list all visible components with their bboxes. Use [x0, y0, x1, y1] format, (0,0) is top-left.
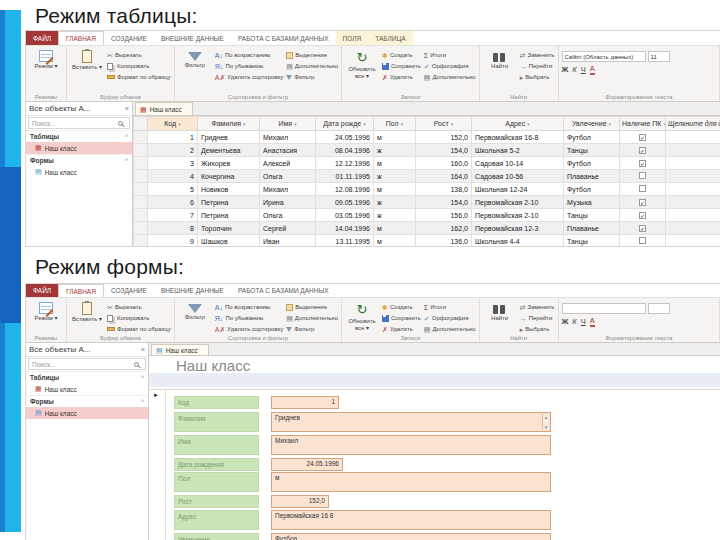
cell-Код[interactable]: 3: [148, 157, 198, 170]
cell-Пол[interactable]: м: [374, 183, 416, 196]
button-Фильтр[interactable]: Фильтр: [178, 300, 212, 321]
cell-Рост[interactable]: 136,0: [416, 235, 472, 248]
cell-Наличие ПК[interactable]: ✓: [620, 209, 666, 222]
button-Режим[interactable]: Режим ▾: [29, 300, 63, 322]
cell-Пол[interactable]: ж: [374, 196, 416, 209]
cell-Фамилия[interactable]: Дементьева: [198, 144, 260, 157]
cell-Наличие ПК[interactable]: [620, 183, 666, 196]
cell-Наличие ПК[interactable]: ✓: [620, 196, 666, 209]
button-Копировать[interactable]: Копировать: [107, 313, 171, 323]
button-Режим[interactable]: Режим ▾: [29, 48, 63, 70]
cell-Код[interactable]: 7: [148, 209, 198, 222]
checkbox-unchecked[interactable]: [639, 185, 646, 192]
cell-Увлечение[interactable]: Танцы: [564, 235, 620, 248]
button-Перейти[interactable]: →Перейти: [520, 61, 555, 71]
cell-Дата рожде[interactable]: 14.04.1996: [316, 222, 374, 235]
cell-new[interactable]: [666, 131, 720, 144]
format-button-Ж[interactable]: Ж: [562, 65, 569, 74]
nav-search-input[interactable]: Поиск...: [28, 117, 130, 129]
nav-group-Формы[interactable]: Формы^: [26, 395, 148, 407]
button-Итоги[interactable]: ΣИтоги: [424, 50, 476, 60]
cell-Имя[interactable]: Ирина: [260, 196, 316, 209]
font-size-combobox[interactable]: [648, 303, 670, 314]
button-Вставить[interactable]: Вставить ▾: [70, 300, 104, 323]
cell-Рост[interactable]: 138,0: [416, 183, 472, 196]
button-Удалить[interactable]: ✗Удалить: [382, 72, 421, 82]
nav-item-Наш класс[interactable]: ▦Наш класс: [26, 383, 148, 395]
cell-new[interactable]: [666, 144, 720, 157]
cell-Имя[interactable]: Ольга: [260, 170, 316, 183]
button-Вырезать[interactable]: ✂Вырезать: [107, 50, 171, 60]
ribbon-tab-ФАЙЛ[interactable]: ФАЙЛ: [26, 284, 58, 297]
button-По возрастанию[interactable]: А↓По возрастанию: [215, 302, 283, 312]
cell-Пол[interactable]: ж: [374, 209, 416, 222]
button-По убыванию[interactable]: Я↓По убыванию: [215, 61, 283, 71]
cell-Дата рожде[interactable]: 24.05.1996: [316, 131, 374, 144]
cell-Рост[interactable]: 164,0: [416, 170, 472, 183]
checkbox-checked[interactable]: ✓: [639, 225, 646, 232]
cell-Увлечение[interactable]: Футбол: [564, 183, 620, 196]
checkbox-checked[interactable]: ✓: [639, 147, 646, 154]
cell-Адрес[interactable]: Первомайская 2-10: [472, 196, 564, 209]
button-Сохранить[interactable]: Сохранить: [382, 61, 421, 71]
cell-Код[interactable]: 5: [148, 183, 198, 196]
cell-Дата рожде[interactable]: 08.04.1996: [316, 144, 374, 157]
field-input-Увлечение[interactable]: Футбол: [271, 533, 551, 540]
nav-group-Таблицы[interactable]: Таблицы^: [26, 371, 148, 383]
cell-Фамилия[interactable]: Гриднев: [198, 131, 260, 144]
cell-Код[interactable]: 2: [148, 144, 198, 157]
button-Копировать[interactable]: Копировать: [107, 61, 171, 71]
button-Удалить сортировку[interactable]: А✗Удалить сортировку: [215, 72, 283, 82]
column-header-Щелкните для добавления[interactable]: Щелкните для добавления▾: [666, 117, 720, 131]
cell-Имя[interactable]: Михаил: [260, 131, 316, 144]
cell-Пол[interactable]: ж: [374, 144, 416, 157]
cell-Рост[interactable]: 154,0: [416, 144, 472, 157]
cell-Код[interactable]: 8: [148, 222, 198, 235]
field-input-Фамилия[interactable]: Гриднев▴▾: [271, 412, 551, 432]
cell-new[interactable]: [666, 209, 720, 222]
record-selector[interactable]: [134, 131, 148, 144]
column-header-Дата рожде[interactable]: Дата рожде▾: [316, 117, 374, 131]
record-selector-arrow[interactable]: ►: [153, 392, 159, 398]
scroll-down-icon[interactable]: ▾: [545, 424, 548, 430]
record-selector[interactable]: [134, 209, 148, 222]
column-header-Увлечение[interactable]: Увлечение▾: [564, 117, 620, 131]
field-input-Адрес[interactable]: Первомайская 16 8: [271, 510, 551, 530]
cell-Рост[interactable]: 154,0: [416, 196, 472, 209]
cell-new[interactable]: [666, 157, 720, 170]
cell-Фамилия[interactable]: Новиков: [198, 183, 260, 196]
checkbox-checked[interactable]: ✓: [639, 134, 646, 141]
field-input-Рост[interactable]: 152,0: [271, 495, 329, 508]
shutter-bar-collapse-icon[interactable]: «: [141, 346, 145, 353]
cell-Дата рожде[interactable]: 03.05.1996: [316, 209, 374, 222]
format-button-Ч[interactable]: Ч: [581, 317, 586, 326]
cell-Пол[interactable]: м: [374, 222, 416, 235]
button-Формат по образцу[interactable]: Формат по образцу: [107, 324, 171, 334]
button-Формат по образцу[interactable]: Формат по образцу: [107, 72, 171, 82]
cell-Пол[interactable]: м: [374, 131, 416, 144]
cell-Код[interactable]: 4: [148, 170, 198, 183]
button-Удалить сортировку[interactable]: А✗Удалить сортировку: [215, 324, 283, 334]
cell-Дата рожде[interactable]: 12.08.1996: [316, 183, 374, 196]
cell-Имя[interactable]: Михаил: [260, 183, 316, 196]
cell-Рост[interactable]: 152,0: [416, 131, 472, 144]
font-name-combobox[interactable]: Calibri (Область данных): [562, 51, 646, 62]
ribbon-tab-РАБОТА С БАЗАМИ ДАННЫХ[interactable]: РАБОТА С БАЗАМИ ДАННЫХ: [231, 284, 336, 297]
record-selector[interactable]: [134, 196, 148, 209]
nav-item-Наш класс[interactable]: ▤Наш класс: [26, 166, 132, 178]
cell-Имя[interactable]: Иван: [260, 235, 316, 248]
cell-Увлечение[interactable]: Плаванье: [564, 170, 620, 183]
document-tab[interactable]: ▤ Наш класс: [151, 344, 209, 355]
cell-Адрес[interactable]: Школьная 4-4: [472, 235, 564, 248]
column-header-Код[interactable]: Код▾: [148, 117, 198, 131]
cell-Фамилия[interactable]: Петрина: [198, 196, 260, 209]
format-button-К[interactable]: К: [572, 317, 576, 326]
button-Фильтр[interactable]: Фильтр: [178, 48, 212, 69]
ribbon-tab-СОЗДАНИЕ[interactable]: СОЗДАНИЕ: [104, 284, 154, 297]
cell-Дата рожде[interactable]: 09.05.1996: [316, 196, 374, 209]
cell-Код[interactable]: 9: [148, 235, 198, 248]
cell-Увлечение[interactable]: Танцы: [564, 209, 620, 222]
button-По убыванию[interactable]: Я↓По убыванию: [215, 313, 283, 323]
button-Вставить[interactable]: Вставить ▾: [70, 48, 104, 71]
cell-Рост[interactable]: 162,0: [416, 222, 472, 235]
